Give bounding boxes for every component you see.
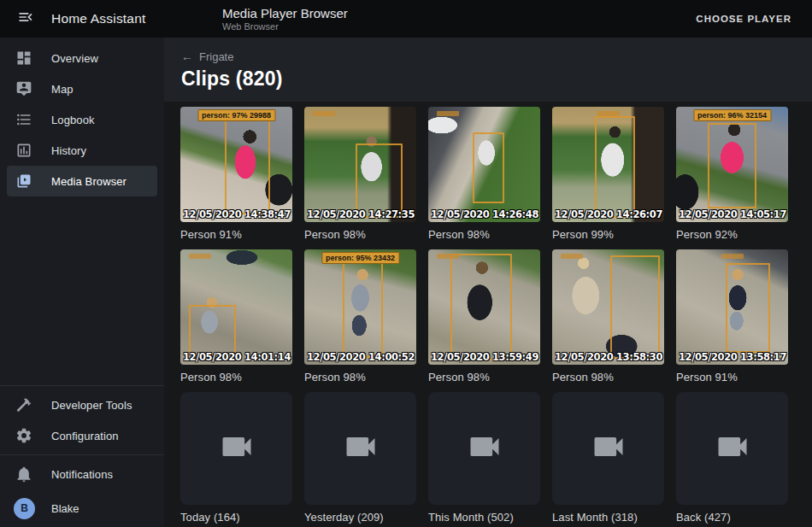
sidebar-toggle-button[interactable] [15, 9, 36, 29]
folder-card [676, 392, 788, 505]
clip-caption: Person 98% [428, 228, 540, 241]
clip-timestamp: 12/05/2020 14:01:14 [183, 351, 291, 363]
clip-timestamp: 12/05/2020 13:58:17 [679, 351, 786, 363]
clip-timestamp: 12/05/2020 14:05:17 [679, 208, 786, 220]
folder-label: This Month (502) [428, 511, 540, 524]
user-name: Blake [51, 502, 79, 515]
sidebar-item-media-browser[interactable]: Media Browser [7, 166, 157, 196]
sidebar-item-label: Developer Tools [51, 399, 132, 412]
clip-thumbnail: 12/05/2020 14:26:48 [428, 107, 540, 222]
clip-item[interactable]: person: 95% 23432 12/05/2020 14:00:52 Pe… [304, 249, 416, 384]
detection-bounding-box [473, 132, 504, 204]
clip-caption: Person 99% [552, 228, 664, 241]
detection-bounding-box [708, 123, 757, 208]
folder-label: Back (427) [676, 511, 788, 524]
topbar-left: Home Assistant [0, 9, 164, 29]
back-arrow-icon: ← [181, 50, 193, 63]
player-subtitle: Web Browser [222, 21, 348, 32]
sidebar-divider [0, 454, 164, 455]
detection-bounding-box [595, 116, 635, 218]
video-camera-icon [466, 428, 503, 469]
clip-item[interactable]: person: 96% 32154 12/05/2020 14:05:17 Pe… [676, 107, 788, 241]
clip-timestamp: 12/05/2020 14:27:35 [307, 208, 415, 220]
sidebar-item-label: Overview [51, 52, 98, 65]
sidebar-item-notifications[interactable]: Notifications [7, 459, 157, 489]
clip-item[interactable]: 12/05/2020 13:59:49 Person 98% [428, 249, 540, 384]
clip-item[interactable]: 12/05/2020 13:58:17 Person 91% [676, 249, 788, 384]
sidebar-item-logbook[interactable]: Logbook [7, 104, 157, 135]
folder-item-yesterday[interactable]: Yesterday (209) [304, 392, 416, 524]
folder-card [304, 392, 416, 505]
detection-label: person: 96% 32154 [693, 109, 771, 121]
player-title-block: Media Player Browser Web Browser [222, 6, 348, 32]
video-camera-icon [714, 428, 751, 469]
video-camera-icon [218, 428, 256, 469]
detection-label: person: 95% 23432 [321, 252, 399, 264]
clip-timestamp: 12/05/2020 14:38:47 [183, 208, 291, 220]
clip-caption: Person 98% [304, 371, 416, 384]
folder-card [180, 392, 292, 505]
top-app-bar: Home Assistant Media Player Browser Web … [0, 0, 812, 38]
clip-item[interactable]: 12/05/2020 14:01:14 Person 98% [180, 249, 292, 384]
clip-item[interactable]: person: 97% 29988 12/05/2020 14:38:47 Pe… [180, 107, 292, 241]
map-icon [15, 80, 32, 97]
avatar: B [14, 498, 35, 519]
clip-caption: Person 91% [180, 228, 292, 241]
sidebar-item-label: History [51, 144, 86, 157]
clip-item[interactable]: 12/05/2020 14:26:48 Person 98% [428, 107, 540, 241]
sidebar-spacer [0, 196, 164, 382]
detection-bounding-box [450, 254, 512, 360]
folder-card [552, 392, 664, 505]
detection-label: person: 97% 29988 [197, 109, 275, 121]
gear-icon [15, 427, 32, 444]
detection-bounding-box [356, 143, 403, 217]
folder-item-last-month[interactable]: Last Month (318) [552, 392, 664, 524]
folder-item-this-month[interactable]: This Month (502) [428, 392, 540, 524]
sidebar: Overview Map Logbook History Media Brows… [0, 38, 164, 527]
folder-label: Today (164) [180, 511, 292, 524]
clip-timestamp: 12/05/2020 14:26:48 [431, 208, 538, 220]
detection-bounding-box [343, 261, 383, 358]
sidebar-item-configuration[interactable]: Configuration [7, 420, 157, 451]
choose-player-button[interactable]: CHOOSE PLAYER [689, 7, 798, 31]
sidebar-divider [0, 385, 164, 386]
folder-item-back[interactable]: Back (427) [676, 392, 788, 524]
detection-bounding-box [610, 255, 660, 360]
folder-item-today[interactable]: Today (164) [180, 392, 292, 524]
dashboard-icon [15, 50, 32, 67]
clip-timestamp: 12/05/2020 13:59:49 [431, 351, 538, 363]
sidebar-user-profile[interactable]: B Blake [7, 489, 157, 527]
hammer-icon [15, 396, 32, 413]
clip-timestamp: 12/05/2020 14:26:07 [555, 208, 662, 220]
clip-caption: Person 92% [676, 228, 788, 241]
folder-card [428, 392, 540, 505]
clip-caption: Person 98% [428, 371, 540, 384]
clip-timestamp: 12/05/2020 14:00:52 [307, 351, 415, 363]
sidebar-item-label: Map [51, 83, 74, 96]
clip-thumbnail: person: 97% 29988 12/05/2020 14:38:47 [180, 107, 292, 222]
sidebar-item-label: Media Browser [51, 175, 127, 188]
clip-item[interactable]: 12/05/2020 14:26:07 Person 99% [552, 107, 664, 241]
video-camera-icon [590, 428, 627, 469]
bell-icon [15, 466, 32, 483]
content-header: ← Frigate Clips (820) [164, 38, 812, 102]
sidebar-item-label: Notifications [51, 468, 113, 481]
folder-label: Yesterday (209) [304, 511, 416, 524]
clip-item[interactable]: 12/05/2020 13:58:30 Person 98% [552, 249, 664, 384]
clip-thumbnail: 12/05/2020 13:59:49 [428, 249, 540, 365]
clip-thumbnail: 12/05/2020 14:01:14 [180, 249, 292, 365]
clip-item[interactable]: 12/05/2020 14:27:35 Person 98% [304, 107, 416, 241]
sidebar-item-developer-tools[interactable]: Developer Tools [7, 389, 157, 420]
history-icon [15, 142, 32, 159]
folder-label: Last Month (318) [552, 511, 664, 524]
media-browser-content: ← Frigate Clips (820) person: 97% 29988 … [164, 38, 812, 527]
back-link-frigate[interactable]: ← Frigate [181, 50, 233, 63]
sidebar-item-history[interactable]: History [7, 135, 157, 166]
sidebar-item-map[interactable]: Map [7, 73, 157, 104]
sidebar-item-overview[interactable]: Overview [7, 43, 157, 73]
app-title: Home Assistant [51, 11, 145, 26]
detection-bounding-box [726, 263, 770, 353]
player-title: Media Player Browser [222, 6, 348, 20]
clip-thumbnail: person: 96% 32154 12/05/2020 14:05:17 [676, 107, 788, 222]
clip-thumbnail: 12/05/2020 14:27:35 [304, 107, 416, 222]
